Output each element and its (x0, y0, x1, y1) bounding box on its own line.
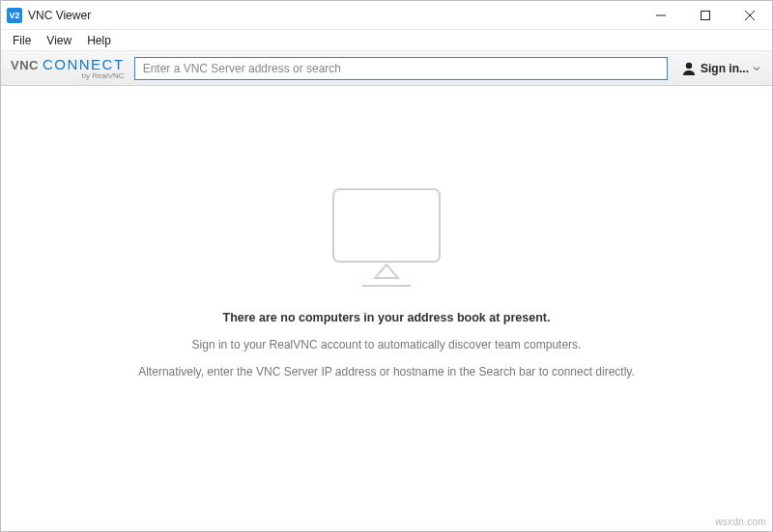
app-window: V2 VNC Viewer File View Help VNC CONNECT (0, 0, 773, 532)
window-title: VNC Viewer (28, 9, 91, 22)
empty-heading: There are no computers in your address b… (223, 311, 551, 324)
svg-marker-6 (375, 265, 398, 278)
svg-rect-1 (701, 11, 710, 19)
empty-line1: Sign in to your RealVNC account to autom… (192, 338, 582, 351)
monitor-icon (319, 182, 454, 297)
brand-connect-text: CONNECT (43, 57, 125, 71)
maximize-button[interactable] (683, 1, 728, 29)
close-button[interactable] (728, 1, 772, 29)
brand-sub-text: by RealVNC (11, 72, 125, 80)
minimize-icon (656, 11, 666, 20)
titlebar: V2 VNC Viewer (1, 1, 772, 30)
maximize-icon (701, 11, 710, 20)
svg-point-4 (686, 62, 692, 68)
content-area: There are no computers in your address b… (1, 86, 772, 531)
menu-view[interactable]: View (41, 32, 77, 49)
search-input[interactable] (134, 57, 668, 80)
signin-button[interactable]: Sign in... (677, 61, 764, 76)
window-controls (639, 1, 772, 29)
brand-vnc-text: VNC (11, 59, 39, 71)
watermark: wsxdn.com (715, 517, 766, 527)
menubar: File View Help (1, 30, 772, 51)
svg-rect-5 (333, 189, 440, 262)
chevron-down-icon (753, 65, 760, 72)
minimize-button[interactable] (639, 1, 683, 29)
menu-help[interactable]: Help (81, 32, 117, 49)
toolbar: VNC CONNECT by RealVNC Sign in... (1, 51, 772, 86)
close-icon (745, 11, 755, 20)
menu-file[interactable]: File (7, 32, 37, 49)
app-icon: V2 (7, 8, 22, 23)
user-icon (681, 61, 697, 76)
brand-logo: VNC CONNECT by RealVNC (11, 57, 125, 80)
empty-line2: Alternatively, enter the VNC Server IP a… (138, 365, 635, 378)
search-container (134, 57, 668, 80)
signin-label: Sign in... (701, 62, 749, 75)
